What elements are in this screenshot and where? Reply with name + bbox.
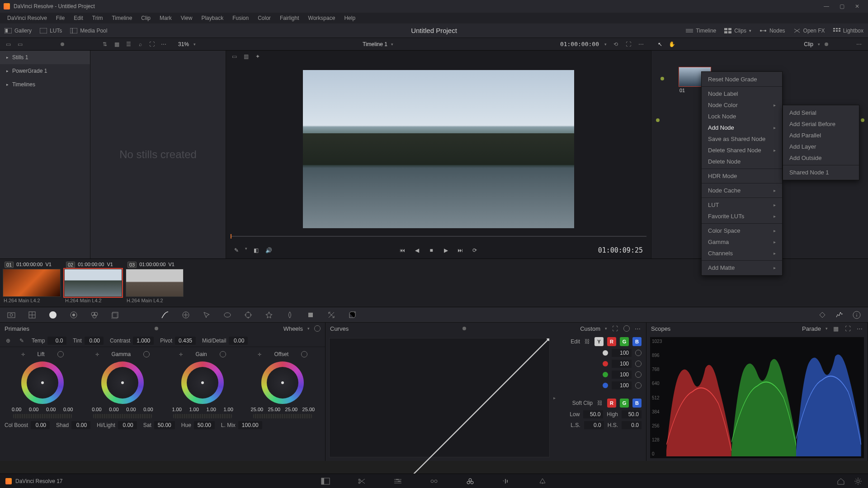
- intensity-y-row[interactable]: 100: [560, 349, 642, 357]
- fullscreen-icon[interactable]: ⛶: [625, 41, 632, 48]
- still-grab-icon[interactable]: ▭: [5, 41, 12, 48]
- intensity-b-row[interactable]: 100: [560, 381, 642, 389]
- window-icon[interactable]: [222, 310, 232, 320]
- ctx-delete-shared[interactable]: Delete Shared Node▸: [702, 145, 782, 156]
- picker-icon[interactable]: ✎: [232, 246, 241, 254]
- 3d-icon[interactable]: [347, 310, 357, 320]
- menu-timeline[interactable]: Timeline: [107, 15, 137, 21]
- timeline-name[interactable]: Timeline 1: [363, 41, 387, 47]
- nodes-toggle[interactable]: Nodes: [760, 28, 785, 34]
- scopes-icon[interactable]: [835, 310, 844, 320]
- close-button[interactable]: ✕: [850, 1, 864, 11]
- sc-r-button[interactable]: R: [607, 399, 616, 408]
- lmix-value[interactable]: 100.00: [238, 421, 262, 429]
- edit-b-button[interactable]: B: [632, 337, 642, 346]
- prev-button[interactable]: ◀: [413, 246, 421, 254]
- pivot-value[interactable]: 0.435: [175, 337, 196, 345]
- ctx-lock-node[interactable]: Lock Node: [702, 111, 782, 122]
- scopes-expand-icon[interactable]: ⛶: [844, 325, 851, 332]
- wheel-value[interactable]: 0.00: [9, 407, 24, 412]
- curves-more-icon[interactable]: ⋯: [634, 325, 642, 332]
- intensity-value[interactable]: 100: [612, 381, 632, 389]
- minimize-button[interactable]: —: [819, 1, 834, 11]
- loop-icon[interactable]: ⟲: [612, 41, 619, 48]
- wheel-value[interactable]: 1.00: [186, 407, 202, 412]
- curves-expand-icon[interactable]: ⛶: [612, 325, 619, 332]
- color-wheel[interactable]: [21, 361, 64, 404]
- record-timecode[interactable]: 01:00:00:00: [560, 41, 599, 47]
- jog-wheel[interactable]: [93, 414, 152, 418]
- ctx-node-cache[interactable]: Node Cache▸: [702, 185, 782, 196]
- clip-thumbnail[interactable]: 0301:00:00:00V1 H.264 Main L4.2: [126, 261, 184, 305]
- sc-g-button[interactable]: G: [620, 399, 629, 408]
- menu-file[interactable]: File: [52, 15, 69, 21]
- tint-field[interactable]: Tint0.00: [73, 337, 104, 345]
- shad-value[interactable]: 0.00: [71, 421, 90, 429]
- clip-thumbnail[interactable]: 0101:00:00:00V1 H.264 Main L4.2: [3, 261, 61, 305]
- primaries-reset-icon[interactable]: [314, 325, 321, 332]
- lmix-field[interactable]: L. Mix100.00: [221, 421, 262, 429]
- pointer-icon[interactable]: ↖: [656, 41, 664, 48]
- link-icon[interactable]: ⛓: [584, 338, 591, 345]
- wheel-value[interactable]: 1.00: [169, 407, 184, 412]
- nodes-more-icon[interactable]: ⋯: [855, 41, 863, 48]
- wheel-value[interactable]: 25.00: [301, 407, 316, 412]
- wipe-icon[interactable]: ◧: [252, 246, 260, 254]
- tracker-icon[interactable]: [243, 310, 253, 320]
- hue-value[interactable]: 50.00: [194, 421, 215, 429]
- sat-field[interactable]: Sat50.00: [143, 421, 175, 429]
- grid-icon[interactable]: ▦: [113, 41, 120, 48]
- ctx-add-matte[interactable]: Add Matte▸: [702, 262, 782, 273]
- deliver-page-icon[interactable]: [538, 477, 547, 486]
- wheel-value[interactable]: 0.00: [123, 407, 139, 412]
- wheel-reset-icon[interactable]: [143, 351, 150, 357]
- curves-mode-dropdown-icon[interactable]: ▾: [605, 326, 607, 331]
- wheel-reset-icon[interactable]: [220, 351, 226, 357]
- wheel-value[interactable]: 25.00: [249, 407, 264, 412]
- wheel-value[interactable]: 25.00: [266, 407, 282, 412]
- wheel-value[interactable]: 1.00: [221, 407, 236, 412]
- menu-help[interactable]: Help: [340, 15, 360, 21]
- reset-icon[interactable]: [635, 371, 642, 378]
- ctx-lut[interactable]: LUT▸: [702, 199, 782, 211]
- menu-view[interactable]: View: [176, 15, 197, 21]
- viewer-mode-b-icon[interactable]: ▥: [242, 53, 250, 60]
- media-page-icon[interactable]: [321, 477, 330, 486]
- intensity-r-row[interactable]: 100: [560, 360, 642, 368]
- ctx-node-label[interactable]: Node Label: [702, 88, 782, 99]
- wheel-reset-icon[interactable]: [301, 351, 307, 357]
- clip-mode[interactable]: Clip: [804, 41, 813, 47]
- info-icon[interactable]: [852, 310, 862, 320]
- motion-icon[interactable]: [110, 310, 120, 320]
- wheel-value[interactable]: 25.00: [283, 407, 299, 412]
- intensity-value[interactable]: 100: [612, 349, 632, 357]
- menu-edit[interactable]: Edit: [69, 15, 88, 21]
- tint-value[interactable]: 0.00: [85, 337, 104, 345]
- expand-icon[interactable]: ⛶: [148, 41, 156, 48]
- pivot-field[interactable]: Pivot0.435: [160, 337, 196, 345]
- ctx-add-serial-before[interactable]: Add Serial Before: [783, 118, 859, 130]
- menu-fairlight[interactable]: Fairlight: [275, 15, 304, 21]
- sidebar-stills[interactable]: ▸Stills 1: [0, 51, 90, 64]
- menu-davinci[interactable]: DaVinci Resolve: [3, 15, 52, 21]
- curves-icon[interactable]: [160, 310, 170, 320]
- scopes-mode[interactable]: Parade: [802, 325, 821, 332]
- color-page-icon[interactable]: [466, 477, 475, 486]
- scopes-mode-dropdown-icon[interactable]: ▾: [826, 326, 828, 331]
- hue-field[interactable]: Hue50.00: [181, 421, 215, 429]
- fairlight-page-icon[interactable]: [502, 477, 511, 486]
- ctx-reset-node-grade[interactable]: Reset Node Grade: [702, 74, 782, 85]
- primaries-mode[interactable]: Wheels: [283, 325, 303, 332]
- clip-thumbnail[interactable]: 0201:00:00:00V1 H.264 Main L4.2: [64, 261, 123, 305]
- wheel-value[interactable]: 0.00: [89, 407, 104, 412]
- play-button[interactable]: ▶: [442, 246, 450, 254]
- reset-icon[interactable]: [635, 382, 642, 389]
- list-icon[interactable]: ☰: [125, 41, 132, 48]
- zoom-dropdown-icon[interactable]: ▾: [193, 42, 196, 47]
- key-icon[interactable]: [306, 310, 316, 320]
- reset-icon[interactable]: [635, 361, 642, 367]
- magic-mask-icon[interactable]: [264, 310, 274, 320]
- node-output-dot[interactable]: [861, 118, 864, 122]
- wheel-picker-icon[interactable]: ✛: [21, 352, 25, 357]
- ctx-fav-luts[interactable]: Favorite LUTs▸: [702, 211, 782, 222]
